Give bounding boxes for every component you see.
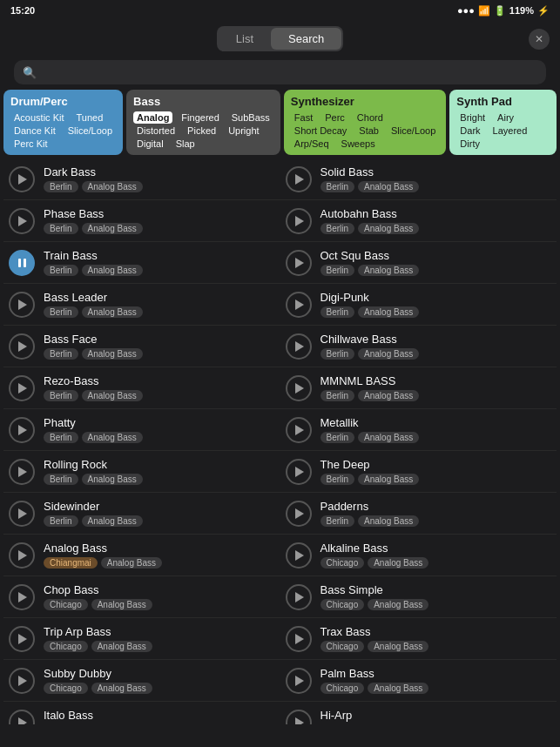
list-tab[interactable]: List	[219, 28, 271, 50]
play-triangle-icon	[295, 634, 304, 644]
play-button[interactable]	[286, 166, 312, 192]
preset-tag: Analog Bass	[82, 432, 143, 443]
preset-name: Chillwave Bass	[320, 333, 552, 346]
synth-item-fast[interactable]: Fast	[291, 111, 316, 124]
play-button[interactable]	[286, 375, 312, 401]
preset-tags: ChiangmaiAnalog Bass	[44, 557, 275, 569]
preset-tags: BerlinAnalog Bass	[44, 181, 275, 192]
play-triangle-icon	[295, 216, 304, 226]
synth-item-shortdecay[interactable]: Short Decay	[291, 124, 351, 137]
close-button[interactable]: ✕	[529, 29, 550, 50]
play-button[interactable]	[9, 501, 35, 527]
play-button[interactable]	[286, 584, 312, 610]
play-button[interactable]	[286, 459, 312, 485]
time: 15:20	[10, 5, 35, 16]
play-button[interactable]	[9, 710, 35, 725]
preset-info: Chop BassChicagoAnalog Bass	[44, 583, 275, 610]
synthpad-item-bright[interactable]: Bright	[456, 111, 489, 124]
bass-item-subbass[interactable]: SubBass	[228, 111, 273, 124]
synthpad-item-layered[interactable]: Layered	[489, 124, 531, 137]
preset-tag: Chiangmai	[44, 557, 98, 569]
play-button[interactable]	[286, 668, 312, 694]
play-button[interactable]	[286, 417, 312, 443]
preset-name: Trax Bass	[320, 625, 552, 638]
play-button[interactable]	[9, 584, 35, 610]
preset-tag: Chicago	[320, 683, 365, 694]
preset-info: PaddernsBerlinAnalog Bass	[320, 500, 552, 527]
play-button[interactable]	[9, 626, 35, 652]
play-button[interactable]	[9, 417, 35, 443]
bass-item-fingered[interactable]: Fingered	[178, 111, 222, 124]
synth-item-sweeps[interactable]: Sweeps	[338, 138, 379, 150]
preset-tag: Berlin	[44, 181, 78, 192]
preset-name: Solid Bass	[320, 165, 552, 178]
synth-item-stab[interactable]: Stab	[355, 124, 382, 137]
preset-tag: Berlin	[44, 306, 78, 318]
play-button[interactable]	[9, 333, 35, 360]
play-button[interactable]	[9, 542, 35, 569]
preset-name: MMNML BASS	[320, 374, 552, 387]
preset-tags: ChicagoAnalog Bass	[320, 557, 552, 569]
drum-item-acoustic[interactable]: Acoustic Kit	[10, 111, 67, 124]
play-button[interactable]	[286, 333, 312, 360]
preset-name: Trip Arp Bass	[44, 625, 275, 638]
preset-tag: Berlin	[320, 432, 355, 443]
synth-item-perc[interactable]: Perc	[321, 111, 348, 124]
bass-item-analog[interactable]: Analog	[133, 111, 172, 124]
synthpad-item-airy[interactable]: Airy	[494, 111, 517, 124]
play-button[interactable]	[9, 250, 35, 276]
preset-info: Digi-PunkBerlinAnalog Bass	[320, 291, 552, 318]
preset-name: Train Bass	[44, 249, 275, 262]
play-button[interactable]	[9, 375, 35, 401]
categories: Drum/Perc Acoustic Kit Tuned Dance Kit S…	[0, 90, 560, 158]
bass-item-picked[interactable]: Picked	[184, 124, 219, 137]
synthpad-item-dirty[interactable]: Dirty	[456, 138, 483, 150]
list-item: Phase BassBerlinAnalog Bass	[3, 200, 280, 242]
drum-item-perc[interactable]: Perc Kit	[10, 138, 51, 150]
play-button[interactable]	[286, 292, 312, 318]
synthpad-item-dark[interactable]: Dark	[456, 124, 483, 137]
bass-item-slap[interactable]: Slap	[172, 138, 199, 150]
preset-tag: Analog Bass	[358, 474, 419, 485]
search-icon: 🔍	[23, 66, 37, 79]
drum-item-dance[interactable]: Dance Kit	[10, 124, 59, 137]
bass-item-digital[interactable]: Digital	[133, 138, 167, 150]
preset-tag: Berlin	[320, 265, 355, 276]
list-item: Autobahn BassBerlinAnalog Bass	[280, 200, 557, 242]
preset-name: Rezo-Bass	[44, 374, 275, 387]
play-button[interactable]	[9, 166, 35, 192]
preset-tag: Analog Bass	[358, 223, 419, 234]
play-triangle-icon	[18, 634, 27, 644]
play-button[interactable]	[9, 208, 35, 234]
bass-item-upright[interactable]: Upright	[225, 124, 262, 137]
preset-tags: BerlinAnalog Bass	[44, 306, 275, 318]
preset-name: Digi-Punk	[320, 291, 552, 304]
search-tab[interactable]: Search	[271, 28, 341, 50]
synth-item-arpseq[interactable]: Arp/Seq	[291, 138, 333, 150]
play-button[interactable]	[286, 250, 312, 276]
play-button[interactable]	[9, 292, 35, 318]
preset-tag: Berlin	[44, 515, 78, 527]
play-button[interactable]	[286, 626, 312, 652]
play-button[interactable]	[286, 710, 312, 725]
play-triangle-icon	[18, 508, 27, 519]
presets-left-column: Dark BassBerlinAnalog BassPhase BassBerl…	[3, 158, 280, 724]
play-button[interactable]	[9, 459, 35, 485]
synth-item-chord[interactable]: Chord	[354, 111, 387, 124]
preset-tags: ChicagoAnalog Bass	[44, 683, 275, 694]
synth-item-sliceloop[interactable]: Slice/Loop	[388, 124, 439, 137]
play-button[interactable]	[9, 668, 35, 694]
bass-item-distorted[interactable]: Distorted	[133, 124, 179, 137]
play-button[interactable]	[286, 501, 312, 527]
play-button[interactable]	[286, 208, 312, 234]
drum-item-tuned[interactable]: Tuned	[72, 111, 106, 124]
preset-tag: Analog Bass	[82, 223, 143, 234]
drum-item-sliceloop[interactable]: Slice/Loop	[64, 124, 116, 137]
preset-tag: Analog Bass	[82, 265, 143, 276]
top-bar: List Search ✕	[0, 21, 560, 57]
play-button[interactable]	[286, 542, 312, 569]
preset-tag: Chicago	[320, 599, 365, 610]
search-input[interactable]	[42, 65, 537, 79]
play-triangle-icon	[18, 550, 27, 561]
preset-info: MetallikBerlinAnalog Bass	[320, 416, 552, 443]
